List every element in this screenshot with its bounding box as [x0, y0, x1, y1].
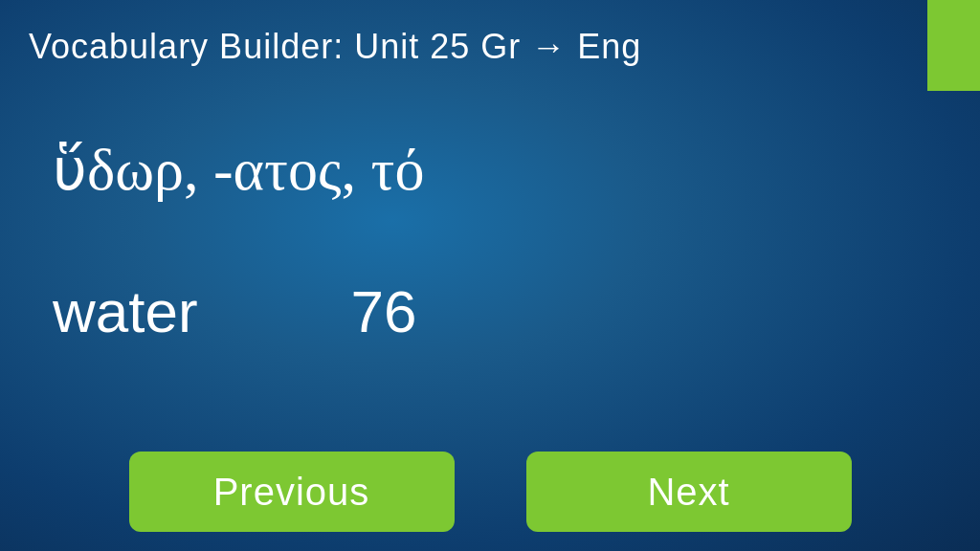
previous-button[interactable]: Previous	[129, 452, 455, 532]
greek-word-display: ὕδωρ, -ατος, τό	[53, 134, 424, 204]
navigation-buttons: Previous Next	[0, 452, 980, 532]
english-section: water 76	[53, 277, 417, 345]
title-text: Vocabulary Builder: Unit 25 Gr	[29, 27, 521, 66]
page-title: Vocabulary Builder: Unit 25 Gr → Eng	[29, 27, 641, 67]
arrow-icon: →	[531, 27, 567, 66]
title-end: Eng	[577, 27, 641, 66]
next-button[interactable]: Next	[526, 452, 852, 532]
english-word-display: water	[53, 277, 198, 345]
word-number-display: 76	[351, 277, 417, 345]
header: Vocabulary Builder: Unit 25 Gr → Eng	[0, 0, 980, 67]
